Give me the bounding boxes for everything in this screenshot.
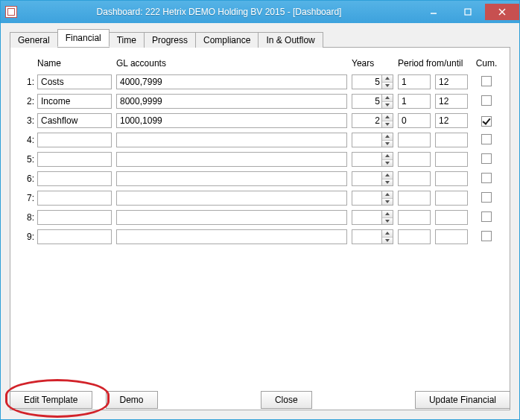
period-from-input[interactable] — [398, 191, 431, 206]
tab-general[interactable]: General — [10, 32, 58, 48]
spinner-down-icon[interactable] — [382, 121, 393, 128]
spinner-up-icon[interactable] — [382, 153, 393, 160]
minimize-button[interactable] — [416, 4, 451, 20]
spinner-up-icon[interactable] — [382, 114, 393, 121]
years-spinner[interactable] — [352, 191, 393, 206]
gl-accounts-input[interactable] — [116, 152, 347, 167]
spinner-up-icon[interactable] — [382, 133, 393, 141]
period-from-input[interactable] — [398, 74, 431, 89]
name-input[interactable] — [37, 171, 112, 186]
period-from-input[interactable] — [398, 94, 431, 109]
gl-accounts-input[interactable] — [116, 74, 347, 89]
header-name: Name — [37, 58, 112, 69]
period-until-input[interactable] — [435, 171, 468, 186]
gl-accounts-input[interactable] — [116, 229, 347, 244]
tab-progress[interactable]: Progress — [144, 32, 196, 48]
years-spinner[interactable] — [352, 171, 393, 186]
name-input[interactable] — [37, 229, 112, 244]
spinner-up-icon[interactable] — [382, 172, 393, 179]
years-spinner[interactable] — [352, 133, 393, 147]
tab-compliance[interactable]: Compliance — [195, 32, 259, 48]
period-from-input[interactable] — [398, 133, 431, 147]
spinner-down-icon[interactable] — [382, 238, 393, 244]
gl-accounts-input[interactable] — [116, 171, 347, 186]
period-until-input[interactable] — [435, 210, 468, 225]
period-from-input[interactable] — [398, 210, 431, 225]
spinner-down-icon[interactable] — [382, 141, 393, 147]
years-value[interactable] — [352, 229, 381, 244]
spinner-down-icon[interactable] — [382, 102, 393, 109]
cum-checkbox[interactable] — [481, 116, 492, 127]
cum-checkbox[interactable] — [481, 192, 492, 203]
spinner-down-icon[interactable] — [382, 179, 393, 186]
period-until-input[interactable] — [435, 152, 468, 167]
years-spinner[interactable] — [352, 74, 393, 89]
cum-checkbox[interactable] — [481, 231, 492, 241]
years-value[interactable] — [352, 210, 381, 225]
period-from-input[interactable] — [398, 152, 431, 167]
years-value[interactable] — [352, 113, 381, 128]
period-until-input[interactable] — [435, 229, 468, 244]
gl-accounts-input[interactable] — [116, 113, 347, 128]
name-input[interactable] — [37, 133, 112, 147]
cum-checkbox[interactable] — [481, 76, 492, 86]
name-input[interactable] — [37, 152, 112, 167]
close-window-button[interactable] — [485, 4, 519, 20]
years-value[interactable] — [352, 191, 381, 206]
svg-rect-1 — [465, 9, 471, 15]
years-value[interactable] — [352, 94, 381, 109]
years-value[interactable] — [352, 171, 381, 186]
financial-row: 8: — [22, 210, 498, 225]
name-input[interactable] — [37, 74, 112, 89]
edit-template-button[interactable]: Edit Template — [10, 391, 92, 409]
years-value[interactable] — [352, 152, 381, 167]
name-input[interactable] — [37, 191, 112, 206]
name-input[interactable] — [37, 94, 112, 109]
period-until-input[interactable] — [435, 74, 468, 89]
name-input[interactable] — [37, 113, 112, 128]
spinner-down-icon[interactable] — [382, 199, 393, 206]
spinner-down-icon[interactable] — [382, 83, 393, 89]
name-input[interactable] — [37, 210, 112, 225]
years-spinner[interactable] — [352, 94, 393, 109]
years-spinner[interactable] — [352, 210, 393, 225]
spinner-down-icon[interactable] — [382, 218, 393, 225]
spinner-up-icon[interactable] — [382, 95, 393, 102]
spinner-up-icon[interactable] — [382, 191, 393, 199]
period-from-input[interactable] — [398, 229, 431, 244]
financial-row: 2: — [22, 94, 498, 109]
gl-accounts-input[interactable] — [116, 94, 347, 109]
period-until-input[interactable] — [435, 133, 468, 147]
gl-accounts-input[interactable] — [116, 133, 347, 147]
tab-in-outflow[interactable]: In & Outflow — [258, 32, 323, 48]
close-button[interactable]: Close — [261, 391, 312, 409]
cum-checkbox[interactable] — [481, 95, 492, 106]
years-spinner[interactable] — [352, 152, 393, 167]
cum-checkbox[interactable] — [481, 153, 492, 164]
cum-checkbox[interactable] — [481, 211, 492, 222]
demo-button[interactable]: Demo — [106, 391, 158, 409]
years-spinner[interactable] — [352, 229, 393, 244]
spinner-up-icon[interactable] — [382, 75, 393, 83]
tab-financial[interactable]: Financial — [57, 29, 110, 47]
spinner-up-icon[interactable] — [382, 211, 393, 218]
row-index: 9: — [22, 232, 34, 242]
cum-checkbox[interactable] — [481, 134, 492, 144]
spinner-up-icon[interactable] — [382, 230, 393, 238]
tab-time[interactable]: Time — [109, 32, 145, 48]
period-until-input[interactable] — [435, 191, 468, 206]
period-from-input[interactable] — [398, 171, 431, 186]
period-from-input[interactable] — [398, 113, 431, 128]
period-until-input[interactable] — [435, 113, 468, 128]
titlebar[interactable]: Dashboard: 222 Hetrix DEMO Holding BV 20… — [1, 1, 519, 23]
update-financial-button[interactable]: Update Financial — [415, 391, 510, 409]
years-value[interactable] — [352, 74, 381, 89]
gl-accounts-input[interactable] — [116, 191, 347, 206]
spinner-down-icon[interactable] — [382, 160, 393, 167]
cum-checkbox[interactable] — [481, 173, 492, 183]
gl-accounts-input[interactable] — [116, 210, 347, 225]
maximize-button[interactable] — [451, 4, 485, 20]
period-until-input[interactable] — [435, 94, 468, 109]
years-spinner[interactable] — [352, 113, 393, 128]
years-value[interactable] — [352, 133, 381, 147]
